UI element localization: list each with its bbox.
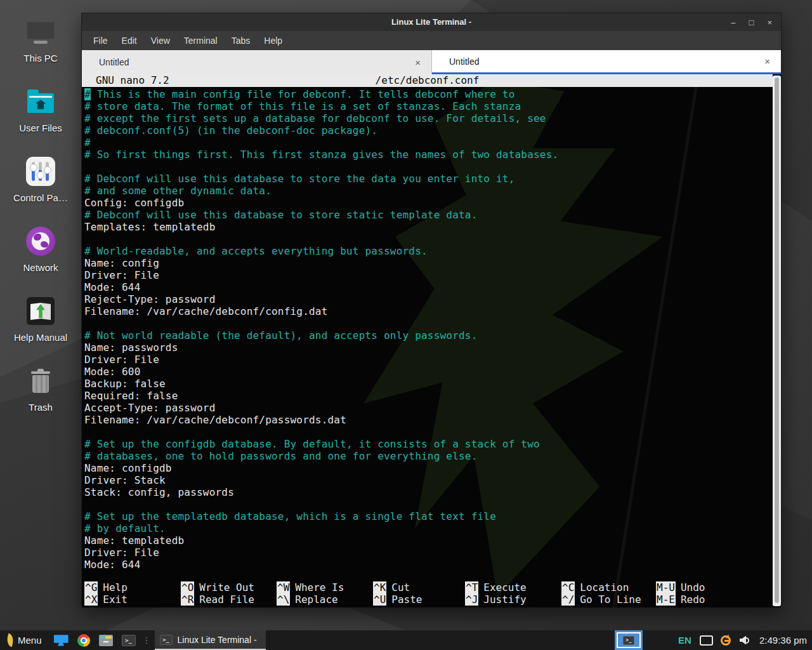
nano-shortcut: ^TExecute: [465, 581, 527, 594]
start-menu-button[interactable]: Menu: [18, 635, 42, 646]
scrollbar-track[interactable]: [773, 76, 781, 606]
terminal-window: Linux Lite Terminal - – □ × FileEditView…: [81, 13, 782, 607]
nano-shortcut: ^XExit: [84, 594, 128, 606]
nano-shortcut: ^GHelp: [84, 581, 128, 594]
editor-line: # except the first sets up a database fo…: [84, 112, 773, 124]
shortcut-label: Go To Line: [580, 594, 641, 606]
editor-line: [84, 426, 773, 438]
workspace-icon[interactable]: [54, 635, 69, 646]
shortcut-key: ^/: [561, 594, 575, 606]
desktop-icon-label: This PC: [23, 53, 57, 63]
display-tray-icon[interactable]: [700, 635, 713, 646]
editor-line: Required: false: [84, 390, 773, 402]
editor-line: # World-readable, and accepts everything…: [84, 245, 773, 257]
linuxlite-logo-icon[interactable]: [4, 633, 16, 647]
file-manager-icon[interactable]: [99, 635, 113, 646]
minimize-button[interactable]: –: [731, 18, 735, 27]
editor-line: # store data. The format of this file is…: [84, 100, 773, 112]
scrollbar-thumb[interactable]: [775, 77, 779, 603]
shortcut-key: M-U: [656, 581, 676, 594]
editor-line: Driver: Stack: [84, 474, 773, 486]
menu-item-terminal[interactable]: Terminal: [177, 36, 225, 46]
shortcut-key: ^X: [84, 594, 98, 606]
close-button[interactable]: ×: [767, 18, 772, 27]
editor-line: Reject-Type: password: [84, 293, 773, 305]
tab-untitled-2[interactable]: Untitled ×: [432, 50, 781, 74]
maximize-button[interactable]: □: [749, 18, 754, 27]
tray-terminal-indicator[interactable]: >_: [617, 632, 641, 648]
editor-line: Driver: File: [84, 547, 773, 559]
shortcut-key: ^C: [561, 581, 575, 594]
desktop-icon-trash[interactable]: Trash: [0, 366, 81, 413]
tab-close-icon[interactable]: ×: [764, 56, 770, 67]
editor-line: [84, 233, 773, 245]
shortcut-label: Justify: [483, 594, 526, 606]
editor-line: # debconf.conf(5) (in the debconf-doc pa…: [84, 124, 773, 136]
shortcut-label: Redo: [681, 594, 705, 606]
terminal-pane[interactable]: GNU nano 7.2 /etc/debconf.conf # This is…: [82, 74, 781, 607]
terminal-icon: >_: [623, 636, 634, 645]
editor-line: Backup: false: [84, 378, 773, 390]
editor-line: Name: config: [84, 257, 773, 269]
nano-shortcut: ^OWrite Out: [181, 581, 254, 594]
shortcut-key: ^K: [373, 581, 386, 594]
editor-line: Config: configdb: [84, 197, 773, 209]
window-titlebar[interactable]: Linux Lite Terminal - – □ ×: [82, 13, 781, 31]
editor-line: Driver: File: [84, 354, 773, 366]
tab-untitled-1[interactable]: Untitled ×: [82, 50, 432, 74]
editor-line: Stack: config, passwords: [84, 486, 773, 498]
desktop-icon-label: User Files: [19, 123, 62, 133]
editor-line: Mode: 600: [84, 366, 773, 378]
desktop-icon-help-manual[interactable]: Help Manual: [0, 296, 81, 343]
nano-version: GNU nano 7.2: [96, 74, 169, 87]
shortcut-key: ^\: [277, 594, 290, 606]
nano-shortcut: M-UUndo: [656, 581, 705, 594]
nano-shortcut: ^KCut: [373, 581, 410, 594]
shortcut-label: Cut: [391, 581, 410, 594]
menu-item-help[interactable]: Help: [257, 36, 289, 46]
chrome-icon[interactable]: [77, 634, 90, 647]
updates-icon[interactable]: [721, 635, 731, 646]
editor-line: Name: configdb: [84, 462, 773, 474]
menu-item-tabs[interactable]: Tabs: [225, 36, 258, 46]
menu-item-file[interactable]: File: [86, 36, 115, 46]
shortcut-key: ^O: [181, 581, 194, 594]
nano-shortcut: ^UPaste: [373, 594, 422, 606]
shortcut-key: M-E: [656, 594, 676, 606]
shortcut-label: Help: [103, 581, 128, 594]
editor-area[interactable]: # This is the main config file for debco…: [82, 87, 773, 607]
network-globe-icon: [25, 226, 56, 256]
editor-line: [84, 161, 773, 173]
window-title: Linux Lite Terminal -: [82, 13, 781, 31]
shortcut-label: Exit: [103, 594, 128, 606]
help-manual-icon: [25, 296, 56, 326]
menu-item-view[interactable]: View: [144, 36, 177, 46]
clock[interactable]: 2:49:36 pm: [759, 635, 807, 646]
volume-icon[interactable]: [740, 636, 750, 645]
keyboard-layout-indicator[interactable]: EN: [678, 635, 691, 646]
home-folder-icon: [25, 86, 56, 117]
editor-line: Filename: /var/cache/debconf/passwords.d…: [84, 414, 773, 426]
desktop-icon-control-panel[interactable]: Control Pa…: [0, 156, 81, 203]
trash-icon: [25, 366, 56, 396]
computer-icon: [25, 17, 56, 47]
editor-line: # Set up the configdb database. By defau…: [84, 438, 773, 450]
desktop-icon-network[interactable]: Network: [0, 226, 81, 273]
editor-line: # So first things first. This first stan…: [84, 149, 773, 161]
tab-bar: Untitled × Untitled ×: [82, 50, 781, 74]
editor-line: Mode: 644: [84, 559, 773, 571]
shortcut-key: ^W: [277, 581, 290, 594]
tab-close-icon[interactable]: ×: [415, 57, 421, 68]
editor-line: [84, 317, 773, 329]
editor-line: # Debconf will use this database to stor…: [84, 173, 773, 185]
shortcut-label: Where Is: [295, 581, 344, 594]
terminal-launcher-icon[interactable]: >_: [122, 635, 136, 646]
desktop-icon-this-pc[interactable]: This PC: [0, 17, 81, 63]
nano-file-path: /etc/debconf.conf: [376, 74, 480, 87]
editor-line: [84, 498, 773, 510]
desktop-icon-user-files[interactable]: User Files: [0, 86, 81, 133]
desktop-icon-label: Network: [23, 262, 58, 273]
menu-item-edit[interactable]: Edit: [115, 36, 144, 46]
task-button-terminal[interactable]: >_ Linux Lite Terminal -: [155, 630, 266, 650]
shortcut-label: Read File: [199, 594, 254, 606]
